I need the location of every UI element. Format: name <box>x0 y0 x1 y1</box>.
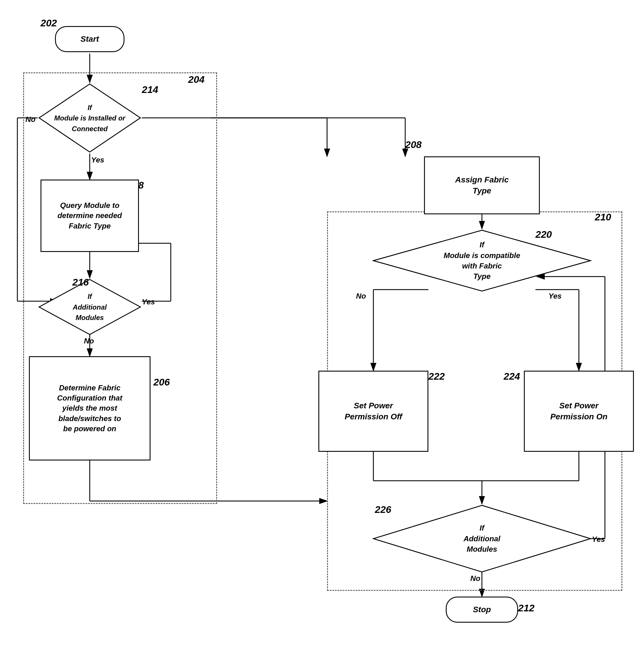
ref-216: 216 <box>73 276 89 288</box>
diamond-220-wrap: If Module is compatible with Fabric Type <box>372 229 592 293</box>
diamond-226-wrap: If Additional Modules <box>372 504 592 573</box>
diamond-220-text: If Module is compatible with Fabric Type <box>444 240 520 282</box>
flowchart-diagram: 202 Start 204 If Module is Installed or … <box>0 0 644 649</box>
diamond-220: If Module is compatible with Fabric Type <box>372 229 592 293</box>
box-206: Determine Fabric Configuration that yiel… <box>29 356 150 461</box>
box-208: Assign Fabric Type <box>424 157 540 214</box>
ref-220: 220 <box>536 229 552 240</box>
ref-206: 206 <box>153 377 170 388</box>
label-yes-214: Yes <box>91 155 104 165</box>
label-no-216: No <box>84 336 94 346</box>
ref-204: 204 <box>188 74 204 85</box>
label-yes-220: Yes <box>549 291 561 301</box>
diamond-214: If Module is Installed or Connected <box>38 83 142 154</box>
ref-222: 222 <box>428 371 445 382</box>
label-no-226: No <box>470 573 480 583</box>
diamond-226-text: If Additional Modules <box>463 523 500 554</box>
ref-210: 210 <box>595 211 611 223</box>
stop-node: Stop <box>446 597 518 623</box>
diamond-216: If Additional Modules <box>38 278 142 336</box>
box-218: Query Module to determine needed Fabric … <box>41 180 139 252</box>
label-yes-226: Yes <box>592 534 605 545</box>
label-yes-216: Yes <box>142 297 155 307</box>
box-224: Set Power Permission On <box>524 371 634 452</box>
box-222: Set Power Permission Off <box>318 371 428 452</box>
ref-224: 224 <box>504 371 520 382</box>
diamond-214-wrap: If Module is Installed or Connected <box>38 83 142 154</box>
diamond-216-wrap: If Additional Modules <box>38 278 142 336</box>
ref-208: 208 <box>405 139 422 150</box>
label-no-214: No <box>26 115 36 125</box>
ref-226: 226 <box>375 504 391 515</box>
diamond-214-text: If Module is Installed or Connected <box>54 102 125 134</box>
diamond-226: If Additional Modules <box>372 504 592 573</box>
ref-212: 212 <box>518 602 535 614</box>
diamond-216-text: If Additional Modules <box>73 291 106 322</box>
start-node: Start <box>55 26 125 52</box>
ref-214: 214 <box>142 84 158 95</box>
label-no-220: No <box>356 291 366 301</box>
ref-202: 202 <box>41 17 57 29</box>
